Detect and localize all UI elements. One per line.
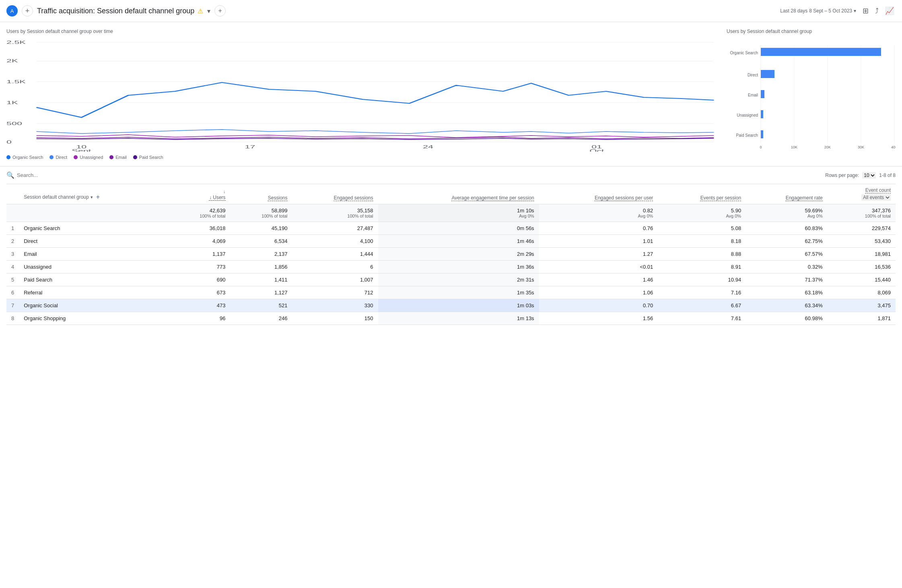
totals-event-count-sub: 100% of total [832,214,891,218]
row-engaged-sessions-6: 330 [292,299,378,312]
filter-chevron-icon: ▾ [91,195,93,200]
search-box: 🔍 [6,171,81,179]
svg-text:2.5K: 2.5K [6,40,26,45]
date-range-selector[interactable]: Last 28 days 8 Sept – 5 Oct 2023 ▾ [780,8,856,14]
totals-engagement-rate: 59.69% Avg 0% [746,204,828,222]
col-sessions-header[interactable]: Sessions [231,184,292,204]
row-event-count-2: 18,981 [828,248,896,261]
row-event-count-3: 16,536 [828,261,896,273]
row-engaged-per-user-3: <0.01 [539,261,658,273]
col-engagement-rate-header[interactable]: Engagement rate [746,184,828,204]
col-engaged-per-user-header[interactable]: Engaged sessions per user [539,184,658,204]
bar-chart-title: Users by Session default channel group [727,29,896,34]
totals-channel [19,204,168,222]
save-report-button[interactable]: ⊞ [861,5,870,17]
totals-row: 42,639 100% of total 58,899 100% of tota… [6,204,896,222]
row-num-0: 1 [6,222,19,235]
svg-text:10K: 10K [791,145,797,149]
svg-text:500: 500 [6,121,22,126]
trend-button[interactable]: 📈 [883,5,896,17]
totals-users-value: 42,639 [210,208,226,214]
row-engaged-per-user-1: 1.01 [539,235,658,248]
legend-dot-paid-search [133,155,137,159]
line-chart-title: Users by Session default channel group o… [6,29,719,34]
totals-engaged-per-user-sub: Avg 0% [544,214,653,218]
col-users-header[interactable]: ↓ ↓ Users [169,184,231,204]
add-dimension-button[interactable]: + [96,193,100,201]
row-engagement-rate-1: 62.75% [746,235,828,248]
totals-events-per-session-value: 5.90 [731,208,741,214]
share-button[interactable]: ⤴ [873,5,880,17]
svg-text:Oct: Oct [589,149,604,152]
legend-label-paid-search: Paid Search [139,155,163,160]
svg-text:Organic Search: Organic Search [730,51,758,55]
table-row: 8 Organic Shopping 96 246 150 1m 13s 1.5… [6,312,896,325]
add-tab-button[interactable]: + [22,5,33,16]
totals-events-per-session-sub: Avg 0% [663,214,741,218]
totals-engaged-sessions-value: 35,158 [357,208,373,214]
row-engagement-rate-2: 67.57% [746,248,828,261]
legend-dot-organic-search [6,155,10,159]
legend-dot-email [109,155,113,159]
totals-event-count-value: 347,376 [872,208,891,214]
row-avg-time-5: 1m 35s [378,286,539,299]
col-event-count-header[interactable]: Event count All events [828,184,896,204]
row-channel-6: Organic Social [19,299,168,312]
svg-text:30K: 30K [858,145,864,149]
legend-label-email: Email [115,155,127,160]
totals-users-sub: 100% of total [173,214,226,218]
row-events-per-session-2: 8.88 [658,248,746,261]
line-chart-legend: Organic Search Direct Unassigned Email P… [6,155,719,160]
date-chevron-icon: ▾ [854,8,856,14]
row-channel-7: Organic Shopping [19,312,168,325]
totals-engagement-rate-sub: Avg 0% [751,214,823,218]
table-row: 2 Direct 4,069 6,534 4,100 1m 46s 1.01 8… [6,235,896,248]
legend-dot-direct [49,155,54,159]
row-sessions-7: 246 [231,312,292,325]
page-title-text: Traffic acquisition: Session default cha… [37,7,194,15]
title-chevron-button[interactable]: ▾ [206,6,211,16]
legend-label-unassigned: Unassigned [80,155,103,160]
add-view-button[interactable]: + [214,5,226,16]
totals-avg-time-sub: Avg 0% [383,214,534,218]
row-event-count-6: 3,475 [828,299,896,312]
sessions-col-label: Sessions [268,195,288,201]
col-num [6,184,19,204]
row-engaged-sessions-1: 4,100 [292,235,378,248]
warning-icon: ⚠ [198,7,203,15]
col-events-per-session-header[interactable]: Events per session [658,184,746,204]
row-num-5: 6 [6,286,19,299]
svg-text:0: 0 [6,140,12,144]
row-engagement-rate-7: 60.98% [746,312,828,325]
event-count-filter-select[interactable]: All events [861,194,891,201]
table-body: 1 Organic Search 36,018 45,190 27,487 0m… [6,222,896,325]
row-event-count-0: 229,574 [828,222,896,235]
legend-label-organic-search: Organic Search [12,155,43,160]
row-engaged-sessions-7: 150 [292,312,378,325]
table-section: 🔍 Rows per page: 10 25 50 1-8 of 8 Sessi… [0,167,902,325]
row-event-count-4: 15,440 [828,273,896,286]
row-avg-time-1: 1m 46s [378,235,539,248]
row-users-6: 473 [169,299,231,312]
col-avg-time-header[interactable]: Average engagement time per session [378,184,539,204]
row-engaged-per-user-4: 1.46 [539,273,658,286]
col-engaged-sessions-header[interactable]: Engaged sessions [292,184,378,204]
row-users-2: 1,137 [169,248,231,261]
row-engagement-rate-4: 71.37% [746,273,828,286]
col-channel-header[interactable]: Session default channel group ▾ + [19,184,168,204]
row-events-per-session-5: 7.16 [658,286,746,299]
row-sessions-0: 45,190 [231,222,292,235]
legend-organic-search: Organic Search [6,155,43,160]
svg-text:1.5K: 1.5K [6,80,26,84]
row-num-7: 8 [6,312,19,325]
row-avg-time-0: 0m 56s [378,222,539,235]
row-channel-2: Email [19,248,168,261]
row-users-4: 690 [169,273,231,286]
bar-unassigned [761,110,763,118]
bar-email [761,90,764,98]
rows-per-page-select[interactable]: 10 25 50 [862,172,876,179]
svg-text:1K: 1K [6,101,18,105]
svg-text:Direct: Direct [748,73,758,77]
row-sessions-2: 2,137 [231,248,292,261]
search-input[interactable] [17,172,81,178]
